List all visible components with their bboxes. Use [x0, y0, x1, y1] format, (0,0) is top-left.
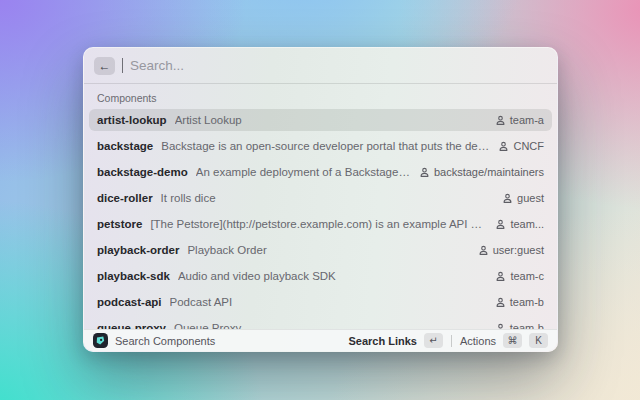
search-links-label[interactable]: Search Links	[348, 335, 416, 347]
search-input[interactable]	[130, 58, 547, 73]
result-row[interactable]: podcast-api Podcast API team-b	[89, 291, 552, 313]
entity-description: An example deployment of a Backstage app…	[196, 166, 411, 178]
entity-owner: team-b	[495, 296, 544, 308]
results-area: Components artist-lookup Artist Lookup t…	[84, 84, 557, 329]
person-icon	[419, 167, 430, 178]
owner-label: backstage/maintainers	[434, 166, 544, 178]
text-caret	[122, 58, 123, 73]
footer-divider	[451, 335, 452, 347]
entity-description: Queue Proxy	[174, 322, 487, 329]
entity-description: Playback Order	[187, 244, 469, 256]
entity-owner: team...	[495, 218, 544, 230]
entity-name: artist-lookup	[97, 114, 167, 126]
result-row[interactable]: queue-proxy Queue Proxy team-b	[89, 317, 552, 329]
owner-label: team...	[510, 218, 544, 230]
entity-name: playback-sdk	[97, 270, 170, 282]
search-modal: ← Components artist-lookup Artist Lookup…	[83, 47, 558, 352]
command-key-badge[interactable]: ⌘	[503, 333, 522, 348]
owner-label: guest	[517, 192, 544, 204]
result-row[interactable]: petstore [The Petstore](http://petstore.…	[89, 213, 552, 235]
entity-name: podcast-api	[97, 296, 162, 308]
app-logo-icon	[93, 333, 108, 348]
owner-label: team-b	[510, 322, 544, 329]
person-icon	[495, 271, 506, 282]
entity-description: Podcast API	[170, 296, 487, 308]
section-label: Components	[97, 92, 557, 105]
entity-name: queue-proxy	[97, 322, 166, 329]
enter-key-badge[interactable]: ↵	[424, 333, 443, 348]
owner-label: team-c	[510, 270, 544, 282]
footer-bar: Search Components Search Links ↵ Actions…	[84, 329, 557, 351]
owner-label: team-a	[510, 114, 544, 126]
k-key-badge[interactable]: K	[529, 333, 548, 348]
result-row[interactable]: dice-roller It rolls dice guest	[89, 187, 552, 209]
entity-owner: team-a	[495, 114, 544, 126]
entity-description: It rolls dice	[161, 192, 494, 204]
entity-name: dice-roller	[97, 192, 153, 204]
entity-owner: backstage/maintainers	[419, 166, 544, 178]
person-icon	[495, 115, 506, 126]
person-icon	[495, 219, 506, 230]
result-row[interactable]: playback-order Playback Order user:guest	[89, 239, 552, 261]
owner-label: user:guest	[493, 244, 544, 256]
back-button[interactable]: ←	[94, 57, 115, 75]
entity-description: Audio and video playback SDK	[178, 270, 488, 282]
result-row[interactable]: playback-sdk Audio and video playback SD…	[89, 265, 552, 287]
actions-label[interactable]: Actions	[460, 335, 496, 347]
results-list: artist-lookup Artist Lookup team-a backs…	[84, 109, 557, 329]
entity-owner: team-c	[495, 270, 544, 282]
entity-owner: team-b	[495, 322, 544, 329]
entity-owner: CNCF	[498, 140, 544, 152]
back-arrow-icon: ←	[99, 59, 111, 73]
entity-description: [The Petstore](http://petstore.example.c…	[150, 218, 487, 230]
person-icon	[502, 193, 513, 204]
result-row[interactable]: artist-lookup Artist Lookup team-a	[89, 109, 552, 131]
owner-label: CNCF	[513, 140, 544, 152]
owner-label: team-b	[510, 296, 544, 308]
result-row[interactable]: backstage Backstage is an open-source de…	[89, 135, 552, 157]
entity-name: petstore	[97, 218, 142, 230]
entity-name: backstage-demo	[97, 166, 188, 178]
person-icon	[498, 141, 509, 152]
person-icon	[495, 297, 506, 308]
entity-owner: guest	[502, 192, 544, 204]
footer-context-label: Search Components	[115, 335, 215, 347]
entity-owner: user:guest	[478, 244, 544, 256]
result-row[interactable]: backstage-demo An example deployment of …	[89, 161, 552, 183]
person-icon	[478, 245, 489, 256]
search-bar: ←	[84, 48, 557, 84]
entity-name: backstage	[97, 140, 153, 152]
entity-name: playback-order	[97, 244, 179, 256]
entity-description: Backstage is an open-source developer po…	[161, 140, 490, 152]
entity-description: Artist Lookup	[175, 114, 487, 126]
